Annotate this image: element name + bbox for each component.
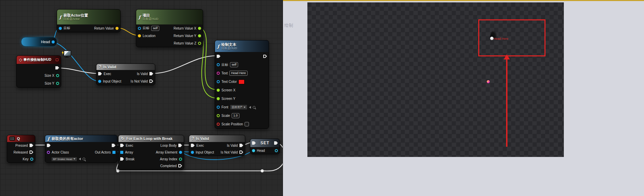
- exec-in-pin[interactable]: [191, 144, 195, 147]
- node-is-valid-top[interactable]: ? Is Valid Exec Is Valid Input Object Is…: [96, 64, 155, 85]
- array-pin[interactable]: [120, 151, 123, 154]
- exec-out-pin[interactable]: [263, 55, 267, 58]
- exec-in-pin[interactable]: [47, 144, 51, 147]
- event-icon: ◇: [19, 57, 22, 62]
- pressed-pin[interactable]: [30, 144, 33, 147]
- node-project[interactable]: ƒ 项目 目标是HUD 目标self Return Value X Locati…: [136, 9, 203, 47]
- snake-head-sprite[interactable]: [490, 37, 494, 40]
- exec-in-pin[interactable]: [252, 141, 256, 145]
- target-pin[interactable]: [217, 63, 220, 66]
- return-value-pin[interactable]: [115, 27, 119, 30]
- node-subtitle: 目标是HUD: [221, 47, 237, 50]
- is-valid-out-pin[interactable]: [239, 144, 243, 147]
- keyboard-icon: [10, 137, 15, 141]
- annotation-arrow-head: [504, 54, 510, 59]
- game-preview-panel: 绘制 Head Here: [283, 0, 644, 196]
- exec-out-pin[interactable]: [274, 141, 278, 145]
- scale-position-pin[interactable]: [217, 123, 220, 126]
- is-valid-out-pin[interactable]: [149, 72, 153, 75]
- is-not-valid-out-pin[interactable]: [239, 150, 243, 154]
- released-pin[interactable]: [30, 150, 33, 154]
- node-set-head[interactable]: SET Head: [250, 139, 280, 154]
- node-get-head-variable[interactable]: Head: [21, 37, 57, 47]
- break-pin[interactable]: [120, 157, 124, 161]
- faint-background-label: 绘制: [284, 22, 293, 29]
- chevron-down-icon: [244, 107, 246, 108]
- node-title: 项目: [143, 13, 159, 18]
- target-self-field[interactable]: self: [151, 26, 159, 31]
- scale-value-field[interactable]: 1.0: [232, 113, 239, 118]
- target-pin[interactable]: [59, 27, 62, 30]
- scale-pin[interactable]: [217, 114, 220, 117]
- annotation-arrow: [506, 59, 507, 147]
- reroute-node[interactable]: [117, 170, 120, 173]
- head-output-pin[interactable]: [52, 40, 55, 43]
- blueprint-graph-canvas[interactable]: ƒ 获取Actor位置 目标是Actor 目标 Return Value ƒ 项…: [0, 0, 283, 196]
- exec-out-pin[interactable]: [55, 66, 59, 70]
- node-get-all-actors-of-class[interactable]: ƒ 获取类的所有actor Actor Class Out Actors BP …: [45, 135, 118, 163]
- food-sprite[interactable]: [487, 80, 490, 83]
- exec-out-pin[interactable]: [112, 144, 115, 147]
- return-value-x-pin[interactable]: [198, 27, 201, 30]
- delegate-pin[interactable]: [56, 58, 58, 61]
- back-arrow-icon[interactable]: [249, 106, 251, 109]
- node-title: 绘制文本: [221, 42, 237, 47]
- target-pin[interactable]: [138, 27, 141, 30]
- wire-exec-isvalid-drawtext[interactable]: [152, 56, 217, 73]
- is-not-valid-out-pin[interactable]: [149, 79, 153, 83]
- scale-position-checkbox[interactable]: [245, 122, 249, 126]
- editor-hud-preview-icon: [61, 50, 70, 58]
- node-for-each-loop-with-break[interactable]: ↻ For Each Loop with Break Exec Loop Bod…: [118, 135, 184, 170]
- head-in-pin[interactable]: [252, 149, 255, 152]
- array-element-pin[interactable]: [179, 151, 182, 154]
- size-x-pin[interactable]: [56, 74, 59, 77]
- exec-in-pin[interactable]: [217, 55, 220, 58]
- return-value-y-pin[interactable]: [198, 34, 201, 37]
- color-swatch[interactable]: [238, 79, 245, 84]
- node-draw-text[interactable]: ƒ 绘制文本 目标是HUD 目标self TextHead Here Text …: [215, 40, 269, 129]
- sprite-viewport[interactable]: Head Here: [307, 2, 564, 157]
- loop-body-pin[interactable]: [178, 144, 182, 147]
- chevron-down-icon: [73, 158, 75, 160]
- screen-y-pin[interactable]: [217, 97, 220, 100]
- magnifier-icon[interactable]: [253, 106, 255, 109]
- out-actors-pin[interactable]: [112, 151, 115, 154]
- key-pin[interactable]: [30, 158, 33, 161]
- wire-exec-event-isvalid[interactable]: [58, 68, 96, 73]
- return-value-z-pin[interactable]: [198, 42, 201, 45]
- node-is-valid-bottom[interactable]: ? Is Valid Exec Is Valid Input Object Is…: [189, 135, 245, 156]
- function-icon: ƒ: [217, 44, 219, 49]
- function-icon: ƒ: [139, 15, 141, 20]
- text-value-field[interactable]: Head Here: [229, 71, 248, 76]
- text-color-pin[interactable]: [217, 80, 220, 83]
- actor-class-dropdown[interactable]: BP Snake Head: [51, 157, 77, 161]
- screen-x-pin[interactable]: [217, 89, 220, 92]
- exec-in-pin[interactable]: [120, 144, 124, 147]
- location-pin[interactable]: [138, 34, 141, 37]
- node-title: 事件接收绘制HUD: [23, 57, 51, 62]
- input-object-pin[interactable]: [191, 151, 194, 154]
- input-object-pin[interactable]: [98, 80, 101, 83]
- node-title: 获取类的所有actor: [52, 136, 83, 141]
- node-title: 获取Actor位置: [64, 13, 88, 18]
- node-title: Is Valid: [196, 137, 209, 141]
- exec-in-pin[interactable]: [98, 72, 102, 75]
- font-asset-dropdown[interactable]: 选择资产: [230, 105, 247, 110]
- size-y-pin[interactable]: [56, 82, 59, 85]
- node-input-key-q[interactable]: Q Pressed Released Key: [7, 135, 35, 163]
- node-subtitle: 目标是HUD: [143, 17, 159, 21]
- function-icon: ƒ: [59, 15, 61, 20]
- head-out-pin[interactable]: [275, 149, 278, 152]
- node-title: For Each Loop with Break: [126, 137, 173, 141]
- font-pin[interactable]: [217, 106, 220, 109]
- back-arrow-icon[interactable]: [79, 158, 81, 160]
- actor-class-pin[interactable]: [47, 151, 50, 154]
- text-pin[interactable]: [217, 72, 220, 75]
- target-self-field[interactable]: self: [230, 62, 238, 67]
- array-index-pin[interactable]: [179, 158, 182, 161]
- reroute-node[interactable]: [261, 170, 264, 173]
- node-get-actor-location[interactable]: ƒ 获取Actor位置 目标是Actor 目标 Return Value: [57, 9, 121, 32]
- node-event-receive-draw-hud[interactable]: ◇ 事件接收绘制HUD Size X Size Y: [16, 55, 61, 88]
- magnifier-icon[interactable]: [83, 158, 85, 160]
- completed-pin[interactable]: [178, 164, 182, 167]
